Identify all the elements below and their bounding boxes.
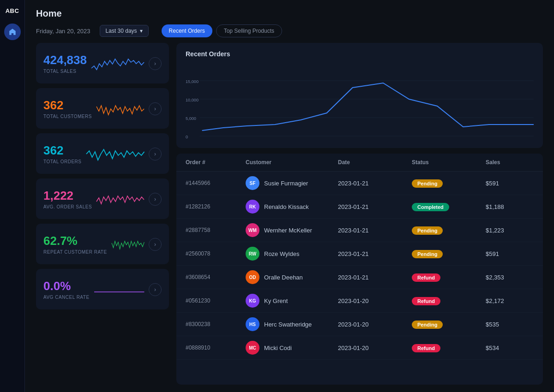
table-row[interactable]: #1445966 SF Susie Furmagier 2023-01-21 P… bbox=[176, 172, 543, 195]
order-sales: $1,223 bbox=[486, 227, 532, 234]
avg-cancel-rate-arrow[interactable]: › bbox=[149, 283, 162, 296]
svg-text:12 PM: 12 PM bbox=[327, 140, 338, 141]
total-orders-arrow[interactable]: › bbox=[149, 148, 162, 160]
order-status: Pending bbox=[412, 227, 486, 234]
table-header: Order # Customer Date Status Sales bbox=[176, 154, 543, 172]
svg-text:5,000: 5,000 bbox=[186, 116, 196, 121]
stat-card-avg-cancel-rate: 0.0% AVG CANCEL RATE › bbox=[36, 269, 169, 309]
order-date: 2023-01-20 bbox=[338, 297, 412, 304]
sidebar: ABC bbox=[0, 0, 25, 392]
svg-text:15,000: 15,000 bbox=[186, 79, 199, 84]
customer-name: Oralle Deehan bbox=[264, 274, 303, 281]
order-date: 2023-01-21 bbox=[338, 203, 412, 210]
order-sales: $1,188 bbox=[486, 203, 532, 210]
customer-name: Wernher McKeller bbox=[264, 227, 312, 234]
status-badge: Pending bbox=[412, 321, 443, 329]
svg-text:Tue 17: Tue 17 bbox=[301, 140, 313, 141]
avatar: SF bbox=[246, 176, 259, 190]
table-row[interactable]: #3608654 OD Oralle Deehan 2023-01-21 Ref… bbox=[176, 266, 543, 289]
home-icon bbox=[8, 28, 17, 36]
table-row[interactable]: #0888910 MC Micki Codi 2023-01-20 Refund… bbox=[176, 336, 543, 360]
table-row[interactable]: #1282126 RK Renaldo Kissack 2023-01-21 C… bbox=[176, 195, 543, 219]
tab-recent-orders[interactable]: Recent Orders bbox=[162, 24, 212, 37]
order-status: Refund bbox=[412, 344, 486, 351]
svg-text:10,000: 10,000 bbox=[186, 98, 199, 102]
total-orders-label: TOTAL ORDERS bbox=[43, 159, 82, 164]
customer-name: Roze Wyldes bbox=[264, 250, 299, 257]
chart-title: Recent Orders bbox=[186, 50, 534, 58]
avg-order-sales-chart bbox=[96, 188, 144, 211]
avatar: MC bbox=[246, 341, 259, 355]
svg-text:Wed 18: Wed 18 bbox=[353, 140, 366, 141]
status-badge: Refund bbox=[412, 297, 440, 305]
total-customers-chart bbox=[96, 97, 144, 120]
col-status: Status bbox=[412, 159, 486, 166]
customer-cell: KG Ky Grent bbox=[246, 294, 338, 308]
repeat-customer-rate-arrow[interactable]: › bbox=[149, 238, 162, 251]
col-customer: Customer bbox=[246, 159, 338, 166]
avg-order-sales-value: 1,222 bbox=[43, 190, 92, 202]
order-status: Pending bbox=[412, 321, 486, 328]
col-sales: Sales bbox=[486, 159, 532, 166]
stat-card-repeat-customer-rate: 62.7% REPEAT CUSTOMER RATE › bbox=[36, 224, 169, 264]
order-number: #8300238 bbox=[186, 321, 246, 327]
order-date: 2023-01-21 bbox=[338, 180, 412, 187]
chart-area: 0 5,000 10,000 15,000 Jan 15 12 PM Mon 1… bbox=[186, 62, 534, 141]
table-row[interactable]: #0561230 KG Ky Grent 2023-01-20 Refund $… bbox=[176, 289, 543, 313]
avg-cancel-rate-chart bbox=[94, 278, 144, 301]
order-sales: $2,353 bbox=[486, 274, 532, 281]
order-status: Refund bbox=[412, 274, 486, 281]
customer-name: Susie Furmagier bbox=[264, 180, 308, 187]
order-date: 2023-01-21 bbox=[338, 250, 412, 257]
avatar: OD bbox=[246, 270, 259, 284]
svg-text:12 PM: 12 PM bbox=[437, 140, 448, 141]
avg-order-sales-label: AVG. ORDER SALES bbox=[43, 204, 92, 209]
status-badge: Refund bbox=[412, 273, 440, 282]
customer-name: Micki Codi bbox=[264, 344, 292, 351]
avg-order-sales-arrow[interactable]: › bbox=[149, 193, 162, 206]
total-customers-label: TOTAL CUSTOMERS bbox=[43, 114, 92, 119]
order-number: #2560078 bbox=[186, 250, 246, 257]
table-row[interactable]: #8300238 HS Herc Swatheridge 2023-01-20 … bbox=[176, 313, 543, 336]
total-sales-arrow[interactable]: › bbox=[149, 57, 162, 70]
avatar: HS bbox=[246, 317, 259, 331]
customer-cell: MC Micki Codi bbox=[246, 341, 338, 355]
order-status: Refund bbox=[412, 297, 486, 304]
status-badge: Pending bbox=[412, 250, 443, 258]
avg-cancel-rate-label: AVG CANCEL RATE bbox=[43, 295, 90, 300]
svg-text:Jan 15: Jan 15 bbox=[202, 140, 214, 141]
customer-cell: RW Roze Wyldes bbox=[246, 247, 338, 261]
svg-text:Fri 20: Fri 20 bbox=[463, 140, 473, 141]
avatar: KG bbox=[246, 294, 259, 308]
table-row[interactable]: #2560078 RW Roze Wyldes 2023-01-21 Pendi… bbox=[176, 242, 543, 266]
order-sales: $591 bbox=[486, 250, 532, 257]
total-orders-value: 362 bbox=[43, 144, 82, 156]
repeat-customer-rate-value: 62.7% bbox=[43, 235, 107, 247]
customer-name: Herc Swatheridge bbox=[264, 321, 312, 328]
col-date: Date bbox=[338, 159, 412, 166]
order-sales: $591 bbox=[486, 180, 532, 187]
repeat-customer-rate-label: REPEAT CUSTOMER RATE bbox=[43, 249, 107, 255]
table-row[interactable]: #2887758 WM Wernher McKeller 2023-01-21 … bbox=[176, 219, 543, 242]
date-range-button[interactable]: Last 30 days ▾ bbox=[100, 25, 149, 37]
order-date: 2023-01-21 bbox=[338, 274, 412, 281]
order-sales: $534 bbox=[486, 344, 532, 351]
header: Home bbox=[25, 0, 554, 24]
order-number: #0561230 bbox=[186, 297, 246, 304]
home-nav-item[interactable] bbox=[4, 24, 21, 40]
customer-cell: OD Oralle Deehan bbox=[246, 270, 338, 284]
stat-card-total-customers: 362 TOTAL CUSTOMERS › bbox=[36, 88, 169, 129]
app-logo: ABC bbox=[6, 7, 19, 14]
repeat-customer-rate-chart bbox=[112, 233, 144, 256]
status-badge: Refund bbox=[412, 344, 440, 352]
total-customers-value: 362 bbox=[43, 99, 92, 111]
avatar: RW bbox=[246, 247, 259, 261]
order-number: #0888910 bbox=[186, 344, 246, 351]
customer-name: Ky Grent bbox=[264, 297, 288, 304]
total-customers-arrow[interactable]: › bbox=[149, 102, 162, 115]
total-sales-value: 424,838 bbox=[43, 54, 87, 66]
total-sales-label: TOTAL SALES bbox=[43, 69, 87, 74]
order-status: Pending bbox=[412, 180, 486, 187]
total-orders-chart bbox=[86, 143, 145, 166]
tab-top-selling[interactable]: Top Selling Products bbox=[216, 24, 282, 37]
